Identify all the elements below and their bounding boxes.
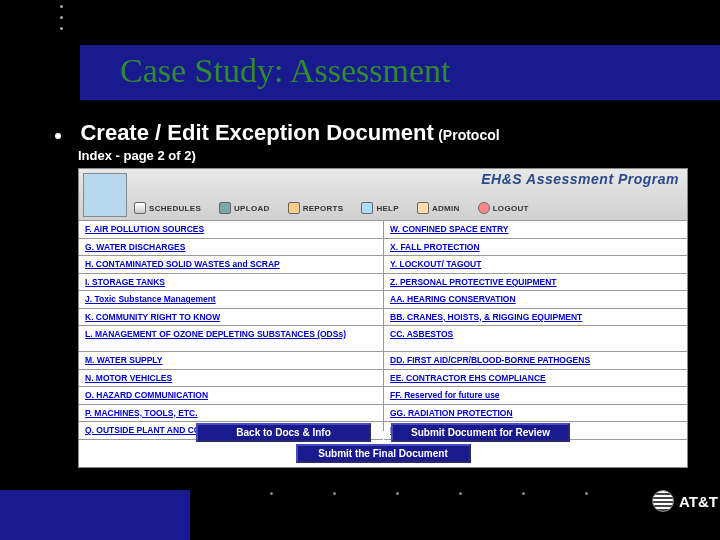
toolbar-label: SCHEDULES xyxy=(149,204,201,213)
protocol-link[interactable]: K. COMMUNITY RIGHT TO KNOW xyxy=(79,309,383,327)
button-bar: Back to Docs & Info Submit Document for … xyxy=(79,423,687,463)
att-logo: AT&T xyxy=(652,490,718,512)
protocol-link[interactable]: X. FALL PROTECTION xyxy=(384,239,687,257)
back-button[interactable]: Back to Docs & Info xyxy=(196,423,371,442)
slide-title: Case Study: Assessment xyxy=(120,52,451,90)
protocol-link[interactable]: DD. FIRST AID/CPR/BLOOD-BORNE PATHOGENS xyxy=(384,352,687,370)
protocol-link[interactable]: GG. RADIATION PROTECTION xyxy=(384,405,687,423)
protocol-link[interactable]: P. MACHINES, TOOLS, ETC. xyxy=(79,405,383,423)
bullet-sub-text: (Protocol xyxy=(438,127,499,143)
protocol-link[interactable]: Y. LOCKOUT/ TAGOUT xyxy=(384,256,687,274)
decorative-dots-top xyxy=(60,5,63,30)
protocol-link[interactable]: G. WATER DISCHARGES xyxy=(79,239,383,257)
reports-icon xyxy=(288,202,300,214)
toolbar-upload[interactable]: UPLOAD xyxy=(219,202,270,214)
logout-icon xyxy=(478,202,490,214)
submit-review-button[interactable]: Submit Document for Review xyxy=(391,423,570,442)
admin-icon xyxy=(417,202,429,214)
decorative-bottom-bar xyxy=(0,490,190,540)
protocol-link[interactable]: H. CONTAMINATED SOLID WASTES and SCRAP xyxy=(79,256,383,274)
app-header: EH&S Assessment Program SCHEDULES UPLOAD… xyxy=(79,169,687,221)
protocol-link[interactable]: FF. Reserved for future use xyxy=(384,387,687,405)
slide: Case Study: Assessment Create / Edit Exc… xyxy=(0,0,720,540)
right-column: W. CONFINED SPACE ENTRY X. FALL PROTECTI… xyxy=(383,221,687,431)
bullet-dot-icon xyxy=(55,133,61,139)
protocol-link[interactable]: N. MOTOR VEHICLES xyxy=(79,370,383,388)
protocol-link[interactable]: AA. HEARING CONSERVATION xyxy=(384,291,687,309)
protocol-link[interactable]: J. Toxic Substance Management xyxy=(79,291,383,309)
schedules-icon xyxy=(134,202,146,214)
protocol-link[interactable]: L. MANAGEMENT OF OZONE DEPLETING SUBSTAN… xyxy=(79,326,383,352)
protocol-index-table: F. AIR POLLUTION SOURCES G. WATER DISCHA… xyxy=(79,221,687,431)
att-globe-icon xyxy=(652,490,674,512)
protocol-link[interactable]: O. HAZARD COMMUNICATION xyxy=(79,387,383,405)
app-toolbar: SCHEDULES UPLOAD REPORTS HELP ADMIN xyxy=(134,202,529,214)
app-logo-icon xyxy=(83,173,127,217)
toolbar-label: HELP xyxy=(376,204,399,213)
toolbar-reports[interactable]: REPORTS xyxy=(288,202,344,214)
upload-icon xyxy=(219,202,231,214)
toolbar-schedules[interactable]: SCHEDULES xyxy=(134,202,201,214)
protocol-link[interactable]: F. AIR POLLUTION SOURCES xyxy=(79,221,383,239)
left-column: F. AIR POLLUTION SOURCES G. WATER DISCHA… xyxy=(79,221,383,431)
decorative-dots-bottom xyxy=(270,492,588,495)
toolbar-admin[interactable]: ADMIN xyxy=(417,202,460,214)
toolbar-help[interactable]: HELP xyxy=(361,202,399,214)
app-screenshot: EH&S Assessment Program SCHEDULES UPLOAD… xyxy=(78,168,688,468)
toolbar-label: LOGOUT xyxy=(493,204,529,213)
protocol-link[interactable]: W. CONFINED SPACE ENTRY xyxy=(384,221,687,239)
att-logo-text: AT&T xyxy=(679,493,718,510)
protocol-link[interactable]: Z. PERSONAL PROTECTIVE EQUIPMENT xyxy=(384,274,687,292)
help-icon xyxy=(361,202,373,214)
protocol-link[interactable]: I. STORAGE TANKS xyxy=(79,274,383,292)
toolbar-label: UPLOAD xyxy=(234,204,270,213)
bullet-main-text: Create / Edit Exception Document xyxy=(80,120,433,145)
bullet-item: Create / Edit Exception Document (Protoc… xyxy=(55,120,680,146)
protocol-link[interactable]: EE. CONTRACTOR EHS COMPLIANCE xyxy=(384,370,687,388)
protocol-link[interactable]: M. WATER SUPPLY xyxy=(79,352,383,370)
app-title: EH&S Assessment Program xyxy=(481,171,679,187)
submit-final-button[interactable]: Submit the Final Document xyxy=(296,444,471,463)
protocol-link[interactable]: BB. CRANES, HOISTS, & RIGGING EQUIPMENT xyxy=(384,309,687,327)
toolbar-label: ADMIN xyxy=(432,204,460,213)
toolbar-logout[interactable]: LOGOUT xyxy=(478,202,529,214)
bullet-sub2-text: Index - page 2 of 2) xyxy=(78,148,196,163)
toolbar-label: REPORTS xyxy=(303,204,344,213)
protocol-link[interactable]: CC. ASBESTOS xyxy=(384,326,687,352)
